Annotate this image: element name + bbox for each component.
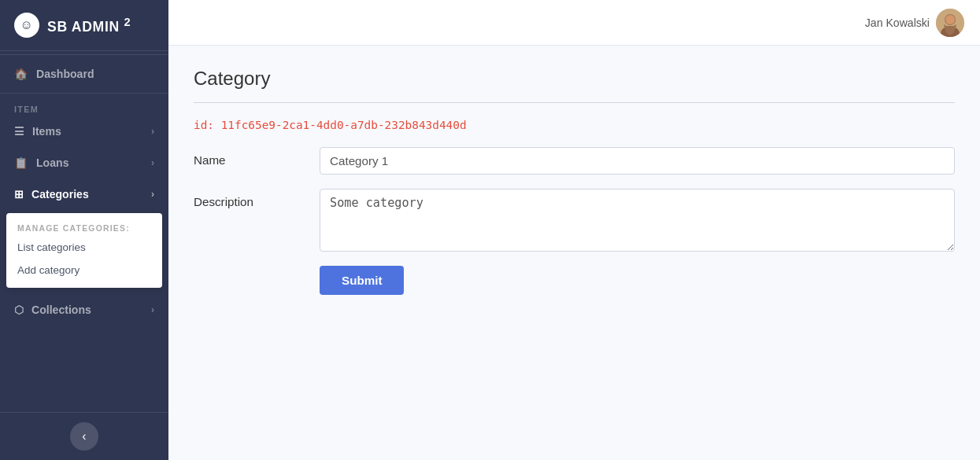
main-content: Category id: 11fc65e9-2ca1-4dd0-a7db-232… <box>168 46 980 460</box>
submit-button[interactable]: Submit <box>320 266 404 295</box>
toggle-icon: ‹ <box>82 429 86 443</box>
items-icon: ☰ <box>14 125 24 138</box>
svg-point-3 <box>945 15 955 24</box>
items-label: Items <box>32 125 61 138</box>
id-label: id: 11fc65e9-2ca1-4dd0-a7db-232b843d440d <box>194 119 955 131</box>
submenu-list-categories[interactable]: List categories <box>6 236 162 259</box>
sidebar-toggle-button[interactable]: ‹ <box>70 422 98 451</box>
categories-submenu: MANAGE CATEGORIES: List categories Add c… <box>6 213 162 288</box>
page-title: Category <box>194 68 955 90</box>
description-textarea[interactable] <box>320 189 955 252</box>
categories-icon: ⊞ <box>14 188 24 201</box>
sidebar-item-categories[interactable]: ⊞ Categories › <box>0 178 168 210</box>
brand-title: SB ADMIN 2 <box>47 16 131 35</box>
description-label: Description <box>194 189 320 208</box>
dashboard-icon: 🏠 <box>14 68 28 80</box>
items-chevron-icon: › <box>151 126 154 137</box>
description-field-group: Description <box>194 189 955 252</box>
sidebar-item-dashboard[interactable]: 🏠 Dashboard <box>0 58 168 90</box>
brand-superscript: 2 <box>124 16 131 28</box>
collections-chevron-icon: › <box>151 304 154 315</box>
section-item-label: ITEM <box>0 97 168 116</box>
sidebar-bottom: ‹ <box>0 412 168 460</box>
loans-label: Loans <box>36 156 68 169</box>
sidebar: ☺ SB ADMIN 2 🏠 Dashboard ITEM ☰ Items › … <box>0 0 168 460</box>
sidebar-item-loans[interactable]: 📋 Loans › <box>0 147 168 178</box>
categories-label: Categories <box>31 188 89 201</box>
loans-icon: 📋 <box>14 156 28 169</box>
user-name: Jan Kowalski <box>865 17 930 29</box>
loans-chevron-icon: › <box>151 157 154 168</box>
name-field-group: Name <box>194 147 955 175</box>
collections-label: Collections <box>31 304 91 316</box>
submit-row: Submit <box>194 266 955 295</box>
sidebar-item-collections[interactable]: ⬡ Collections › <box>0 294 168 326</box>
sidebar-item-items[interactable]: ☰ Items › <box>0 116 168 147</box>
brand-icon: ☺ <box>14 13 39 38</box>
submenu-header: MANAGE CATEGORIES: <box>6 219 162 236</box>
brand[interactable]: ☺ SB ADMIN 2 <box>0 0 168 51</box>
sidebar-dashboard-label: Dashboard <box>36 68 94 80</box>
name-input[interactable] <box>320 147 955 175</box>
avatar <box>936 9 964 37</box>
topbar-user[interactable]: Jan Kowalski <box>865 9 964 37</box>
categories-chevron-icon: › <box>151 189 154 200</box>
name-label: Name <box>194 147 320 167</box>
submenu-add-category[interactable]: Add category <box>6 259 162 282</box>
title-divider <box>194 102 955 103</box>
topbar: Jan Kowalski <box>168 0 980 46</box>
collections-icon: ⬡ <box>14 304 24 316</box>
